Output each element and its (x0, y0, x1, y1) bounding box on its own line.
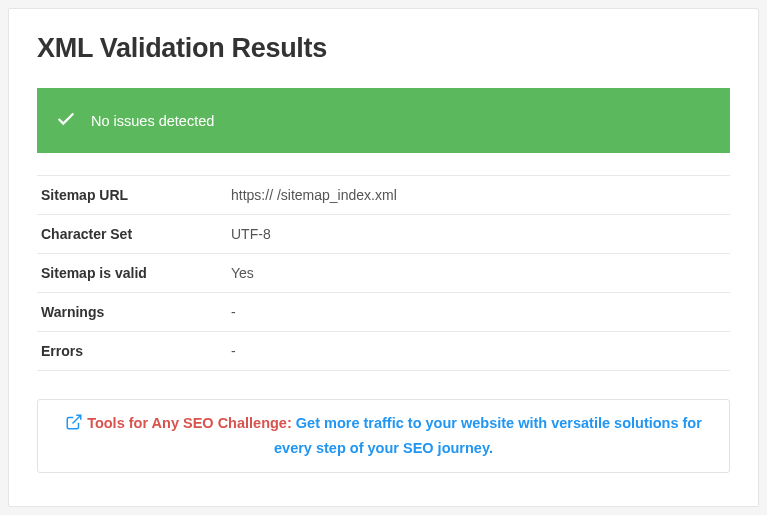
row-label: Warnings (37, 293, 227, 332)
row-label: Sitemap is valid (37, 254, 227, 293)
status-message: No issues detected (91, 113, 214, 129)
row-label: Character Set (37, 215, 227, 254)
table-row: Warnings - (37, 293, 730, 332)
svg-line-0 (73, 415, 81, 423)
page-title: XML Validation Results (37, 33, 730, 64)
results-card: XML Validation Results No issues detecte… (8, 8, 759, 507)
promo-lead: Tools for Any SEO Challenge: (87, 415, 292, 431)
promo-box: Tools for Any SEO Challenge: Get more tr… (37, 399, 730, 473)
results-table: Sitemap URL https:// /sitemap_index.xml … (37, 175, 730, 371)
external-link-icon (65, 413, 83, 437)
row-label: Sitemap URL (37, 176, 227, 215)
table-row: Character Set UTF-8 (37, 215, 730, 254)
table-row: Sitemap URL https:// /sitemap_index.xml (37, 176, 730, 215)
table-row: Sitemap is valid Yes (37, 254, 730, 293)
row-value: - (227, 332, 730, 371)
row-value: - (227, 293, 730, 332)
row-value: Yes (227, 254, 730, 293)
table-row: Errors - (37, 332, 730, 371)
status-banner: No issues detected (37, 88, 730, 153)
row-value: UTF-8 (227, 215, 730, 254)
check-icon (55, 108, 77, 133)
row-value: https:// /sitemap_index.xml (227, 176, 730, 215)
row-label: Errors (37, 332, 227, 371)
promo-link[interactable]: Get more traffic to your website with ve… (274, 415, 702, 456)
